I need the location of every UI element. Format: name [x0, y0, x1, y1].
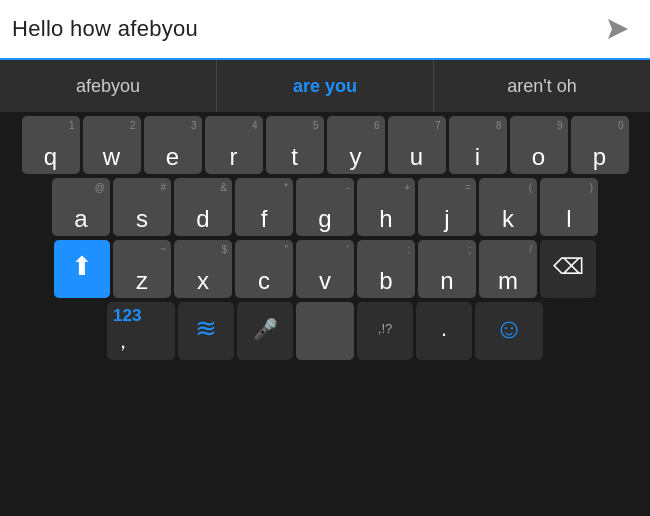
key-g[interactable]: -g — [296, 178, 354, 236]
key-f[interactable]: *f — [235, 178, 293, 236]
punctuation-label: ,!? — [378, 321, 392, 336]
key-j[interactable]: =j — [418, 178, 476, 236]
comma-label: ， — [113, 328, 133, 355]
key-y[interactable]: 6y — [327, 116, 385, 174]
punctuation-key[interactable]: ,!? — [357, 302, 413, 360]
enter-key[interactable]: ☺ — [475, 302, 543, 360]
send-button[interactable] — [598, 9, 638, 49]
backspace-icon: ⌫ — [553, 254, 584, 280]
input-bar — [0, 0, 650, 60]
autocomplete-left[interactable]: afebyou — [0, 60, 217, 112]
key-r[interactable]: 4r — [205, 116, 263, 174]
key-v[interactable]: 'v — [296, 240, 354, 298]
key-t[interactable]: 5t — [266, 116, 324, 174]
key-row-2: @a #s &d *f -g +h =j (k )l — [2, 178, 648, 236]
period-key[interactable]: . — [416, 302, 472, 360]
key-x[interactable]: $x — [174, 240, 232, 298]
key-row-3: ⬆ ~z $x "c 'v :b ;n /m ⌫ — [2, 240, 648, 298]
keyboard: 1q 2w 3e 4r 5t 6y 7u 8i 9o 0p @a #s &d *… — [0, 112, 650, 368]
key-u[interactable]: 7u — [388, 116, 446, 174]
shift-key[interactable]: ⬆ — [54, 240, 110, 298]
key-e[interactable]: 3e — [144, 116, 202, 174]
autocomplete-center[interactable]: are you — [217, 60, 434, 112]
key-m[interactable]: /m — [479, 240, 537, 298]
key-o[interactable]: 9o — [510, 116, 568, 174]
shift-icon: ⬆ — [71, 251, 93, 282]
key-w[interactable]: 2w — [83, 116, 141, 174]
key-a[interactable]: @a — [52, 178, 110, 236]
key-p[interactable]: 0p — [571, 116, 629, 174]
mic-key[interactable]: 🎤 — [237, 302, 293, 360]
backspace-key[interactable]: ⌫ — [540, 240, 596, 298]
space-key[interactable] — [296, 302, 354, 360]
key-h[interactable]: +h — [357, 178, 415, 236]
key-k[interactable]: (k — [479, 178, 537, 236]
smiley-icon: ☺ — [495, 313, 524, 345]
key-l[interactable]: )l — [540, 178, 598, 236]
key-d[interactable]: &d — [174, 178, 232, 236]
key-q[interactable]: 1q — [22, 116, 80, 174]
key-z[interactable]: ~z — [113, 240, 171, 298]
period-label: . — [441, 316, 447, 342]
key-i[interactable]: 8i — [449, 116, 507, 174]
num-key[interactable]: 123 ， — [107, 302, 175, 360]
key-row-1: 1q 2w 3e 4r 5t 6y 7u 8i 9o 0p — [2, 116, 648, 174]
key-n[interactable]: ;n — [418, 240, 476, 298]
key-s[interactable]: #s — [113, 178, 171, 236]
key-b[interactable]: :b — [357, 240, 415, 298]
key-c[interactable]: "c — [235, 240, 293, 298]
num-label: 123 — [113, 306, 141, 326]
swift-icon: ≋ — [195, 313, 217, 344]
svg-marker-0 — [608, 19, 628, 39]
key-row-bottom: 123 ， ≋ 🎤 ,!? . ☺ — [2, 302, 648, 360]
autocomplete-bar: afebyou are you aren't oh — [0, 60, 650, 112]
autocomplete-right[interactable]: aren't oh — [434, 60, 650, 112]
mic-icon: 🎤 — [253, 317, 278, 341]
text-input[interactable] — [12, 16, 598, 42]
swift-key[interactable]: ≋ — [178, 302, 234, 360]
